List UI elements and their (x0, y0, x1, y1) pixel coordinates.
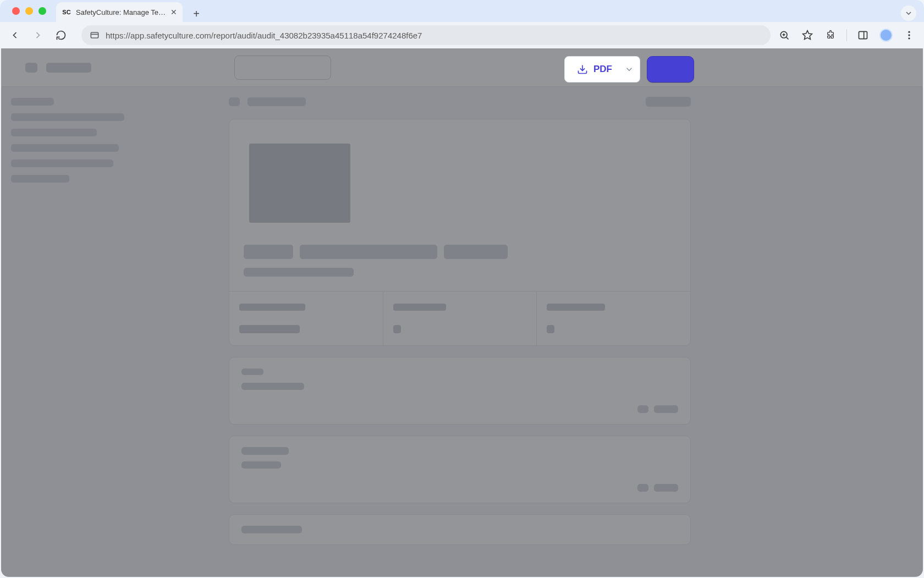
nav-forward-button[interactable] (29, 26, 47, 45)
profile-button[interactable] (877, 26, 895, 45)
svg-point-10 (908, 34, 910, 36)
svg-rect-7 (859, 31, 867, 38)
nav-item-skeleton (11, 159, 113, 167)
address-url: https://app.safetyculture.com/report/aud… (106, 31, 422, 40)
section-card-skeleton (229, 357, 691, 425)
section-label-skeleton (241, 447, 289, 455)
reload-button[interactable] (52, 26, 70, 45)
extensions-icon[interactable] (821, 26, 840, 45)
brand-skeleton (46, 63, 91, 73)
nav-item-skeleton (11, 175, 69, 183)
left-nav-skeleton (11, 98, 154, 190)
section-label-skeleton (241, 526, 302, 533)
tab-title: SafetyCulture: Manage Teams and... (76, 8, 166, 16)
tab-strip: SC SafetyCulture: Manage Teams and... ✕ … (0, 0, 924, 22)
export-pdf-button[interactable]: PDF (564, 56, 625, 82)
tabs-dropdown-button[interactable] (901, 5, 916, 21)
chevron-down-icon (624, 64, 634, 74)
meta-skeleton (637, 405, 648, 413)
export-format-dropdown[interactable] (618, 56, 640, 82)
section-text-skeleton (241, 461, 281, 469)
browser-menu-button[interactable] (900, 26, 919, 45)
report-skeleton (229, 97, 691, 567)
nav-item-skeleton (11, 113, 124, 121)
stat-label-skeleton (393, 304, 446, 311)
nav-item-skeleton (11, 129, 97, 136)
nav-back-button[interactable] (6, 26, 24, 45)
section-text-skeleton (241, 383, 304, 390)
meta-skeleton (654, 405, 678, 413)
primary-action-button[interactable] (647, 56, 694, 82)
breadcrumb-skeleton (248, 97, 306, 106)
svg-point-9 (908, 31, 910, 33)
tab-favicon: SC (62, 7, 72, 17)
section-label-skeleton (241, 368, 263, 375)
minimize-window-button[interactable] (25, 7, 33, 15)
stat-value-skeleton (547, 325, 554, 333)
hero-card-skeleton (229, 119, 691, 346)
hero-image-skeleton (249, 144, 350, 223)
stat-value-skeleton (239, 325, 300, 333)
address-bar[interactable]: https://app.safetyculture.com/report/aud… (81, 25, 771, 45)
header-action-skeleton (646, 97, 691, 107)
back-icon-skeleton (229, 97, 240, 106)
title-chip-skeleton (300, 245, 437, 259)
app-header (1, 48, 923, 87)
browser-tab-active[interactable]: SC SafetyCulture: Manage Teams and... ✕ (56, 2, 183, 22)
download-icon (577, 64, 588, 75)
stat-value-skeleton (393, 325, 401, 333)
menu-icon-skeleton (25, 63, 37, 73)
toolbar-divider (846, 29, 847, 41)
stat-label-skeleton (547, 304, 605, 311)
side-panel-icon[interactable] (854, 26, 872, 45)
svg-rect-0 (91, 32, 98, 38)
tab-close-icon[interactable]: ✕ (170, 8, 177, 16)
close-window-button[interactable] (12, 7, 20, 15)
nav-item-skeleton (11, 144, 119, 152)
new-tab-button[interactable]: + (188, 5, 205, 22)
export-pdf-label: PDF (593, 64, 612, 75)
title-chip-skeleton (244, 245, 293, 259)
browser-chrome: SC SafetyCulture: Manage Teams and... ✕ … (0, 0, 924, 48)
export-action-group: PDF (564, 56, 694, 82)
meta-skeleton (637, 484, 648, 492)
stat-label-skeleton (239, 304, 305, 311)
window-controls (7, 0, 56, 22)
section-card-skeleton (229, 514, 691, 545)
svg-point-11 (908, 37, 910, 39)
app-viewport: PDF (1, 48, 923, 577)
stats-row-skeleton (229, 291, 690, 345)
meta-skeleton (654, 484, 678, 492)
zoom-icon[interactable] (775, 26, 794, 45)
subtitle-skeleton (244, 268, 354, 277)
title-chip-skeleton (444, 245, 508, 259)
maximize-window-button[interactable] (38, 7, 46, 15)
svg-line-5 (787, 37, 789, 40)
site-info-icon[interactable] (89, 30, 100, 41)
svg-marker-6 (803, 31, 812, 40)
search-skeleton (234, 56, 331, 80)
section-card-skeleton (229, 436, 691, 503)
report-header-skeleton (229, 97, 691, 107)
nav-item-skeleton (11, 98, 54, 106)
bookmark-icon[interactable] (798, 26, 817, 45)
browser-toolbar: https://app.safetyculture.com/report/aud… (0, 22, 924, 48)
